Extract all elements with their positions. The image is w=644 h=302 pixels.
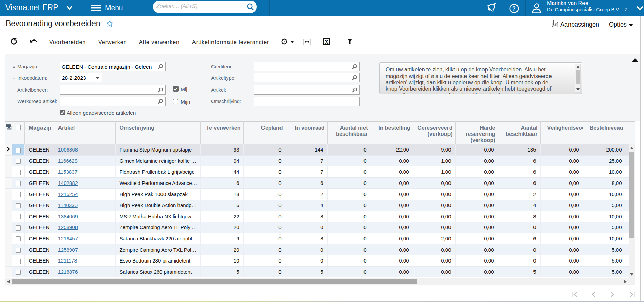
svg-text:?: ?	[512, 6, 516, 12]
svg-text:X: X	[325, 39, 329, 45]
